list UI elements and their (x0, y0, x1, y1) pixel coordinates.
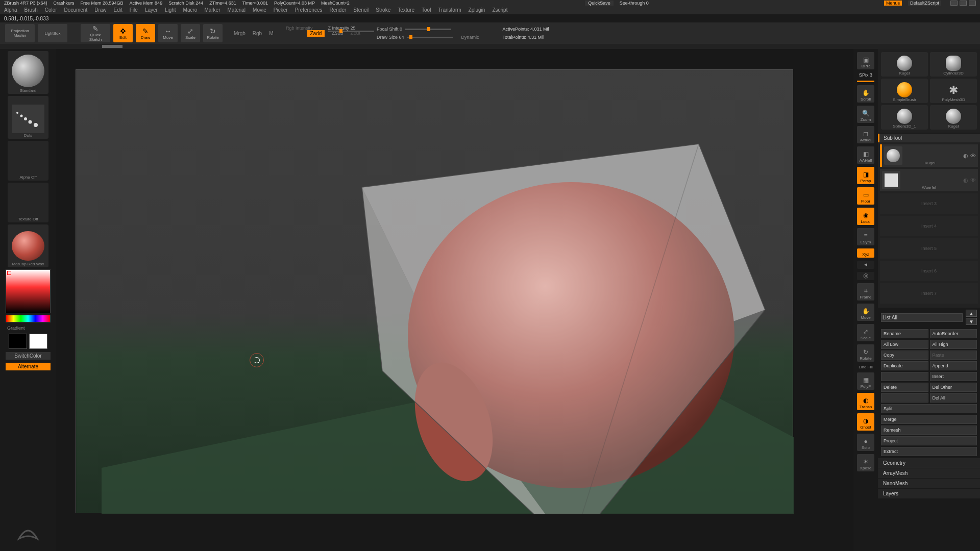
eye-icon[interactable]: 👁 (970, 153, 976, 159)
minimize-icon[interactable] (950, 1, 958, 6)
move-up-button[interactable]: ▲ (966, 310, 977, 317)
duplicate-button[interactable]: Duplicate (881, 361, 928, 370)
insert-button[interactable]: Insert (930, 372, 977, 381)
local-button[interactable]: ◉Local (857, 208, 874, 225)
lsym-button[interactable]: ≡LSym (857, 228, 874, 245)
zoom-button[interactable]: 🔍Zoom (857, 106, 874, 123)
solo-button[interactable]: ●Solo (857, 434, 874, 451)
menu-document[interactable]: Document (64, 7, 88, 13)
scale-button[interactable]: ⤢Scale (181, 24, 200, 42)
m-button[interactable]: M (269, 31, 273, 36)
subtool-kugel[interactable]: Kugel ◐👁 (880, 144, 978, 167)
focal-shift-label[interactable]: Focal Shift 0 (377, 27, 402, 32)
menu-edit[interactable]: Edit (114, 7, 122, 13)
projection-master-button[interactable]: Projection Master (5, 24, 35, 42)
lightbox-button[interactable]: LightBox (38, 24, 67, 42)
canvas-area[interactable] (56, 49, 853, 551)
subtool-header[interactable]: SubTool (878, 134, 980, 142)
quicksave-button[interactable]: QuickSave (585, 1, 614, 6)
menu-zplugin[interactable]: Zplugin (469, 7, 485, 13)
ghost-button[interactable]: ◑Ghost (857, 413, 874, 431)
menu-render[interactable]: Render (330, 7, 347, 13)
subtool-wuerfel[interactable]: Wuerfel ◐👁 (880, 169, 978, 191)
tool-polymesh[interactable]: ✱PolyMesh3D (930, 79, 977, 103)
copy-button[interactable]: Copy (881, 350, 928, 360)
remesh-button[interactable]: Remesh (881, 425, 977, 435)
tool-kugel2[interactable]: Kugel (930, 105, 977, 130)
move3d-button[interactable]: ✋Move (857, 304, 874, 321)
menu-stencil[interactable]: Stencil (353, 7, 369, 13)
paste-button[interactable]: Paste (930, 350, 977, 360)
menu-layer[interactable]: Layer (145, 7, 158, 13)
color-picker[interactable] (6, 269, 51, 313)
split-button[interactable]: Split (881, 404, 977, 413)
xyz-button[interactable]: Xyz (857, 248, 874, 258)
rename-button[interactable]: Rename (881, 329, 928, 338)
spix-slider[interactable] (857, 81, 874, 82)
nav-left-button[interactable]: ◂ (857, 261, 874, 269)
menu-preferences[interactable]: Preferences (295, 7, 323, 13)
move-down-button[interactable]: ▼ (966, 318, 977, 325)
fold-geometry[interactable]: Geometry (878, 458, 980, 468)
subtool-empty[interactable]: Insert 6 (880, 261, 978, 281)
seethrough-slider[interactable]: See-through 0 (620, 1, 649, 6)
scale3d-button[interactable]: ⤢Scale (857, 324, 874, 341)
menu-tool[interactable]: Tool (422, 7, 431, 13)
list-all-input[interactable] (881, 313, 963, 322)
aahalf-button[interactable]: ◧AAHalf (857, 146, 874, 164)
draw-size-label[interactable]: Draw Size 64 (377, 35, 404, 40)
z-intensity-slider[interactable] (328, 31, 374, 32)
material-selector[interactable]: MatCap Red Wax (8, 224, 48, 267)
menu-material[interactable]: Material (228, 7, 246, 13)
delall-button[interactable]: Del All (930, 393, 977, 403)
mrgb-button[interactable]: Mrgb (234, 31, 246, 36)
gradient-label[interactable]: Gradient (7, 325, 25, 331)
autoreorder-button[interactable]: AutoReorder (930, 329, 977, 338)
edit-button[interactable]: ✥Edit (113, 24, 133, 42)
timeline-ruler[interactable] (0, 44, 980, 49)
switchcolor-button[interactable]: SwitchColor (6, 352, 51, 360)
project-button[interactable]: Project (881, 436, 977, 445)
tool-simplebrush[interactable]: SimpleBrush (881, 79, 928, 103)
stroke-selector[interactable]: Dots (8, 96, 48, 139)
brush-vis-icon[interactable]: ◐ (963, 153, 968, 159)
menu-draw[interactable]: Draw (94, 7, 106, 13)
swatch-black[interactable] (9, 334, 27, 349)
frame-button[interactable]: ⌗Frame (857, 283, 874, 300)
scroll-button[interactable]: ✋Scroll (857, 85, 874, 103)
subtool-empty[interactable]: Insert 7 (880, 283, 978, 304)
menu-zscript[interactable]: Zscript (492, 7, 507, 13)
menu-texture[interactable]: Texture (398, 7, 414, 13)
hue-strip[interactable] (6, 315, 51, 322)
z-intensity-label[interactable]: Z Intensity 25 (328, 26, 374, 31)
delother-button[interactable]: Del Other (930, 383, 977, 392)
menu-picker[interactable]: Picker (274, 7, 288, 13)
actual-button[interactable]: ◻Actual (857, 126, 874, 143)
menu-stroke[interactable]: Stroke (376, 7, 390, 13)
alpha-selector[interactable]: Alpha Off (8, 141, 48, 181)
subtool-empty[interactable]: Insert 4 (880, 216, 978, 236)
fold-layers[interactable]: Layers (878, 489, 980, 499)
brush-vis-icon[interactable]: ◐ (963, 177, 968, 184)
floor-button[interactable]: ▭Floor (857, 187, 874, 205)
menu-alpha[interactable]: Alpha (4, 7, 17, 13)
rotate-button[interactable]: ↻Rotate (203, 24, 223, 42)
maximize-icon[interactable] (960, 1, 967, 6)
menus-button[interactable]: Menus (884, 1, 902, 6)
draw-size-slider[interactable] (407, 37, 453, 38)
rgb-button[interactable]: Rgb (253, 31, 262, 36)
delete-button[interactable]: Delete (881, 383, 928, 392)
menu-transform[interactable]: Transform (438, 7, 461, 13)
alllow-button[interactable]: All Low (881, 340, 928, 349)
tool-cylinder[interactable]: Cylinder3D (930, 52, 977, 77)
transp-button[interactable]: ◐Transp (857, 393, 874, 410)
menu-movie[interactable]: Movie (253, 7, 266, 13)
menu-file[interactable]: File (130, 7, 138, 13)
polyf-button[interactable]: ▦PolyF (857, 372, 874, 390)
quicksketch-button[interactable]: ✎Quick Sketch (81, 24, 110, 42)
spix-label[interactable]: SPix 3 (859, 72, 872, 78)
tool-kugel[interactable]: Kugel (881, 52, 928, 77)
subtool-empty[interactable]: Insert 5 (880, 238, 978, 259)
persp-button[interactable]: ◨Persp (857, 167, 874, 184)
tool-sphere3d[interactable]: Sphere3D_1 (881, 105, 928, 130)
